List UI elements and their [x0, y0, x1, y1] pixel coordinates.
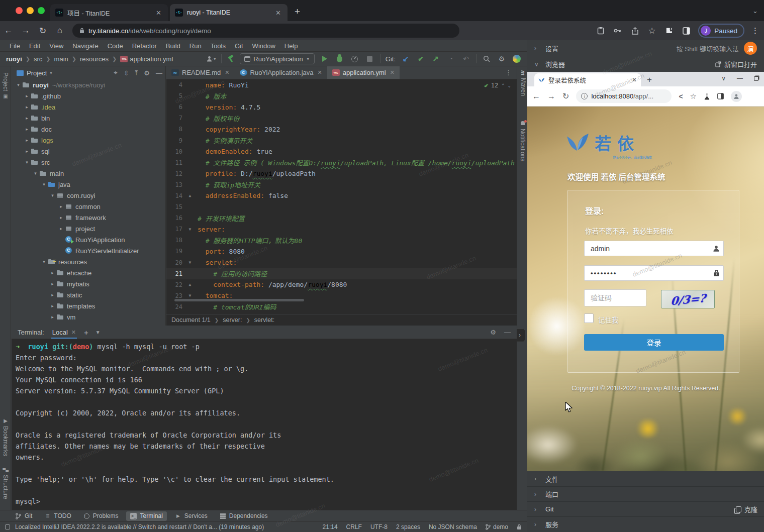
status-message[interactable]: Localized IntelliJ IDEA 2022.2.2 is avai… [15, 523, 264, 530]
stripe-structure[interactable]: ▞Structure [2, 468, 9, 499]
clipboard-icon[interactable] [596, 26, 606, 36]
fold-marker-icon[interactable]: ▼ [182, 227, 198, 232]
tree-chevron-icon[interactable]: ▸ [57, 204, 65, 209]
tree-chevron-icon[interactable]: ▸ [23, 138, 31, 143]
close-icon[interactable]: ✕ [632, 76, 637, 83]
prev-problem-icon[interactable]: ⌃ [502, 83, 504, 88]
side-panel-icon[interactable] [681, 26, 691, 36]
open-new-window-button[interactable]: 新窗口打开 [715, 59, 757, 69]
menu-build[interactable]: Build [161, 42, 185, 50]
menu-git[interactable]: Git [230, 42, 248, 50]
embedded-restore-icon[interactable] [754, 76, 758, 81]
embedded-minimize-icon[interactable]: — [737, 75, 743, 82]
toolwindow-problems[interactable]: !Problems [79, 511, 123, 521]
new-tab-button[interactable]: + [295, 7, 300, 16]
menu-file[interactable]: File [5, 42, 25, 50]
tree-item-common[interactable]: ▸common [12, 201, 165, 212]
reload-icon[interactable]: ↻ [34, 26, 51, 36]
terminal-settings-gear-icon[interactable]: ⚙ [490, 329, 496, 336]
tree-chevron-icon[interactable]: ▸ [23, 149, 31, 154]
reload-icon[interactable]: ↻ [562, 91, 569, 101]
tree-chevron-icon[interactable]: ▸ [23, 127, 31, 132]
status-item[interactable]: CRLF [346, 523, 362, 530]
tree-item-resources[interactable]: ▾resources [12, 256, 165, 267]
breadcrumb-item[interactable]: ruoyi [6, 55, 22, 63]
menu-edit[interactable]: Edit [25, 42, 45, 50]
close-icon[interactable]: ✕ [71, 329, 76, 336]
section-browser[interactable]: ∨ 浏览器 新窗口打开 [527, 56, 764, 72]
menu-window[interactable]: Window [248, 42, 280, 50]
stripe-project[interactable]: Project▣ [2, 72, 9, 99]
section-服务[interactable]: ›服务 [527, 516, 764, 531]
stripe-bookmarks[interactable]: ▶Bookmarks [2, 418, 9, 456]
embedded-new-tab-icon[interactable]: + [647, 75, 652, 85]
tree-chevron-icon[interactable]: ▾ [49, 193, 56, 198]
terminal-tab-local[interactable]: Local✕ [51, 326, 77, 339]
breadcrumb-item[interactable]: main [54, 55, 68, 63]
section-settings[interactable]: › 设置 按 Shift 键切换输入法 演 [527, 40, 764, 56]
back-icon[interactable]: ← [532, 92, 540, 101]
close-icon[interactable]: ✕ [225, 69, 229, 76]
breadcrumb-item[interactable]: resources [80, 55, 109, 63]
tab-close-icon[interactable]: ✕ [154, 9, 163, 17]
project-view-select[interactable]: Project▾ [17, 69, 52, 77]
status-item[interactable]: 2 spaces [396, 523, 420, 530]
editor-breadcrumb-item[interactable]: servlet: [254, 316, 274, 324]
status-item[interactable]: UTF-8 [370, 523, 388, 530]
tree-item-src[interactable]: ▾src [12, 157, 165, 168]
tree-item-vm[interactable]: ▸vm [12, 311, 165, 323]
tree-item-framework[interactable]: ▸framework [12, 212, 165, 223]
embedded-browser-tab[interactable]: 登录若依系统 ✕ [534, 73, 641, 86]
editor-tab-README.md[interactable]: MDREADME.md✕ [166, 66, 235, 79]
git-push-icon[interactable]: ↗ [431, 54, 441, 64]
collapse-all-icon[interactable]: ⤒ [135, 69, 138, 77]
next-problem-icon[interactable]: ⌄ [508, 83, 511, 88]
tree-chevron-icon[interactable]: ▸ [49, 314, 56, 320]
tree-chevron-icon[interactable]: ▸ [57, 215, 65, 220]
toolwindow-todo[interactable]: ≡TODO [40, 511, 75, 521]
traffic-minimize-icon[interactable] [27, 7, 34, 14]
menu-code[interactable]: Code [103, 42, 128, 50]
code-area[interactable]: 4 name: RuoYi5 # 版本6 version: 4.7.57 # 版… [166, 79, 517, 314]
close-icon[interactable]: ✕ [390, 69, 395, 76]
menu-view[interactable]: View [45, 42, 68, 50]
status-item[interactable]: No JSON schema [429, 523, 477, 530]
tree-chevron-icon[interactable]: ▾ [23, 160, 31, 165]
tree-chevron-icon[interactable]: ▸ [23, 116, 31, 121]
toolwindow-terminal[interactable]: >_Terminal [126, 511, 166, 521]
chrome-menu-icon[interactable]: ⋮ [751, 26, 759, 35]
editor-breadcrumb-item[interactable]: Document 1/1 [171, 316, 211, 324]
tree-item-ruoyi[interactable]: ▾ruoyi~/workspace/ruoyi [12, 79, 165, 90]
tree-item-bin[interactable]: ▸bin [12, 113, 165, 124]
back-icon[interactable]: ← [0, 26, 17, 36]
password-input[interactable] [584, 265, 724, 281]
embedded-tabs-chevron-icon[interactable]: ∨ [721, 75, 726, 82]
traffic-close-icon[interactable] [16, 7, 23, 14]
status-item[interactable]: 21:14 [323, 523, 338, 530]
tree-item-mybatis[interactable]: ▸mybatis [12, 278, 165, 289]
tree-item--idea[interactable]: ▸.idea [12, 101, 165, 113]
share-icon[interactable]: < [679, 92, 683, 100]
captcha-image[interactable]: 0/3=? [661, 290, 715, 308]
address-bar[interactable]: try.titanide.cn/ide/web/coding/ruoyi/dem… [72, 24, 459, 38]
remember-me-checkbox[interactable] [584, 313, 594, 323]
tree-item-main[interactable]: ▾main [12, 168, 165, 179]
stripe-notifications[interactable]: Notifications [519, 121, 526, 161]
editor-tabs-menu-icon[interactable]: ⋮ [505, 69, 517, 76]
menu-refactor[interactable]: Refactor [128, 42, 161, 50]
section-Git[interactable]: ›Git克隆 [527, 501, 764, 516]
profile-button[interactable]: J Paused [698, 24, 744, 38]
extensions-puzzle-icon[interactable] [664, 26, 674, 36]
profiler-button[interactable] [350, 54, 360, 64]
ide-services-icon[interactable] [512, 54, 522, 64]
tree-chevron-icon[interactable]: ▾ [40, 259, 48, 264]
run-configuration-select[interactable]: RuoYiApplication ▼ [240, 53, 314, 64]
git-rollback-icon[interactable]: ↶ [461, 54, 471, 64]
git-update-icon[interactable]: ↙ [401, 54, 411, 64]
expand-all-icon[interactable]: ⇳ [124, 69, 129, 77]
git-history-icon[interactable]: ◔ [446, 54, 456, 64]
tree-item-com-ruoyi[interactable]: ▾com.ruoyi [12, 190, 165, 201]
tree-chevron-icon[interactable]: ▸ [49, 303, 56, 308]
search-everywhere-icon[interactable] [482, 54, 492, 64]
inspection-widget[interactable]: ✔✔ 12 ⌃ ⌄ [484, 82, 511, 89]
